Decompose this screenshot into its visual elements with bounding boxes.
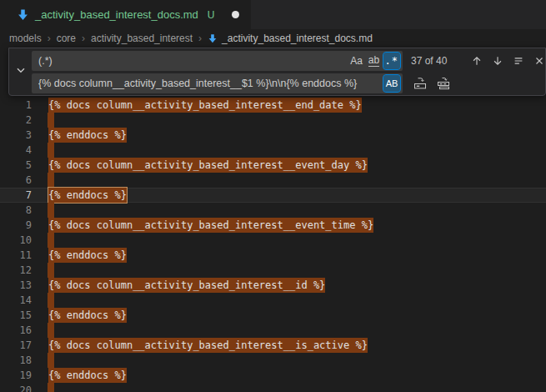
- line-number: 2: [0, 113, 32, 128]
- breadcrumb-filename: _activity_based_interest_docs.md: [222, 33, 373, 44]
- line-number: 7: [0, 188, 32, 203]
- replace-icon: [413, 77, 427, 90]
- code-line[interactable]: {% enddocs %}: [48, 128, 127, 143]
- replace-input-box: AB: [32, 73, 403, 93]
- next-match-button[interactable]: [488, 53, 506, 70]
- editor-line: 18: [0, 353, 546, 368]
- line-number: 17: [0, 338, 32, 353]
- breadcrumb-item-models[interactable]: models: [9, 33, 42, 44]
- find-input[interactable]: [32, 55, 348, 67]
- tab-filename: _activity_based_interest_docs.md: [35, 8, 198, 21]
- line-number: 5: [0, 158, 32, 173]
- code-line[interactable]: {% docs column__activity_based_interest_…: [48, 158, 368, 173]
- find-match-highlight: {% enddocs %}: [48, 248, 127, 263]
- code-line[interactable]: [48, 353, 54, 368]
- code-line[interactable]: {% docs column__activity_based_interest_…: [48, 98, 362, 113]
- code-line[interactable]: {% docs column__activity_based_interest_…: [48, 278, 325, 293]
- empty-line-find-match: [48, 293, 54, 308]
- close-find-widget-button[interactable]: [530, 53, 546, 70]
- find-in-selection-button[interactable]: [509, 53, 527, 70]
- empty-line-find-match: [48, 143, 54, 158]
- match-case-icon: Aa: [350, 55, 363, 67]
- line-number: 6: [0, 173, 32, 188]
- preserve-case-icon: AB: [386, 78, 398, 88]
- find-match-highlight: {% enddocs %}: [48, 308, 127, 323]
- find-match-highlight: {% enddocs %}: [48, 128, 127, 143]
- line-number: 20: [0, 383, 32, 392]
- empty-line-find-match: [48, 353, 54, 368]
- editor-line: 15{% enddocs %}: [0, 308, 546, 323]
- line-number: 15: [0, 308, 32, 323]
- find-input-box: Aa ab .*: [32, 51, 403, 71]
- line-number: 11: [0, 248, 32, 263]
- line-number: 19: [0, 368, 32, 383]
- line-number: 8: [0, 203, 32, 218]
- arrow-up-icon: [471, 55, 483, 67]
- markdown-file-icon: [208, 33, 218, 43]
- code-line[interactable]: [48, 293, 54, 308]
- code-line[interactable]: [48, 143, 54, 158]
- breadcrumb-item-file[interactable]: _activity_based_interest_docs.md: [208, 33, 373, 44]
- find-match-highlight: {% docs column__activity_based_interest_…: [48, 278, 325, 293]
- whole-word-button[interactable]: ab: [366, 53, 383, 69]
- find-match-highlight: {% docs column__activity_based_interest_…: [48, 338, 368, 353]
- toggle-replace-button[interactable]: [9, 51, 32, 93]
- code-line[interactable]: [48, 173, 54, 188]
- editor-line: 9{% docs column__activity_based_interest…: [0, 218, 546, 233]
- line-number: 14: [0, 293, 32, 308]
- arrow-down-icon: [492, 55, 503, 67]
- replace-all-icon: [437, 77, 450, 90]
- editor-line: 11{% enddocs %}: [0, 248, 546, 263]
- code-line[interactable]: [48, 203, 54, 218]
- preserve-case-button[interactable]: AB: [383, 75, 400, 92]
- line-number: 9: [0, 218, 32, 233]
- modified-dot-indicator[interactable]: [232, 11, 239, 18]
- empty-line-find-match: [48, 263, 54, 278]
- editor-line: 1{% docs column__activity_based_interest…: [0, 98, 546, 113]
- editor-line: 2: [0, 113, 546, 128]
- code-line[interactable]: {% enddocs %}: [48, 308, 127, 323]
- editor-line: 4: [0, 143, 546, 158]
- breadcrumb: models › core › activity_based_interest …: [0, 29, 546, 47]
- breadcrumb-item-core[interactable]: core: [57, 33, 76, 44]
- code-line[interactable]: [48, 233, 54, 248]
- tab-bar: _activity_based_interest_docs.md U: [0, 0, 546, 29]
- code-line[interactable]: {% docs column__activity_based_interest_…: [48, 218, 373, 233]
- line-number: 12: [0, 263, 32, 278]
- code-line[interactable]: {% enddocs %}: [48, 368, 127, 383]
- editor-line: 16: [0, 323, 546, 338]
- code-line[interactable]: [48, 263, 54, 278]
- tab-active-file[interactable]: _activity_based_interest_docs.md U: [0, 0, 251, 29]
- use-regex-button[interactable]: .*: [383, 53, 400, 69]
- editor-line: 3{% enddocs %}: [0, 128, 546, 143]
- code-line[interactable]: [48, 113, 54, 128]
- whole-word-icon: ab: [368, 55, 379, 67]
- code-line[interactable]: {% enddocs %}: [48, 248, 127, 263]
- code-line[interactable]: [48, 323, 54, 338]
- regex-icon: .*: [385, 55, 398, 67]
- code-line[interactable]: {% enddocs %}: [48, 188, 127, 203]
- replace-button[interactable]: [411, 75, 428, 93]
- editor[interactable]: 1{% docs column__activity_based_interest…: [0, 47, 546, 392]
- previous-match-button[interactable]: [468, 53, 485, 70]
- breadcrumb-separator: ›: [198, 33, 202, 44]
- replace-input[interactable]: [32, 78, 383, 89]
- editor-line: 6: [0, 173, 546, 188]
- find-results-count: 37 of 40: [411, 55, 458, 67]
- editor-line: 5{% docs column__activity_based_interest…: [0, 158, 546, 173]
- breadcrumb-item-activity-based-interest[interactable]: activity_based_interest: [91, 33, 193, 44]
- editor-lines: 1{% docs column__activity_based_interest…: [0, 98, 546, 392]
- empty-line-find-match: [48, 203, 54, 218]
- breadcrumb-separator: ›: [82, 33, 85, 44]
- code-line[interactable]: [48, 383, 54, 392]
- line-number: 1: [0, 98, 32, 113]
- editor-line: 7{% enddocs %}: [0, 188, 546, 203]
- chevron-down-icon: [14, 63, 28, 80]
- match-case-button[interactable]: Aa: [348, 53, 365, 69]
- code-line[interactable]: {% docs column__activity_based_interest_…: [48, 338, 368, 353]
- find-match-highlight: {% enddocs %}: [48, 368, 127, 383]
- replace-all-button[interactable]: [434, 75, 452, 93]
- line-number: 18: [0, 353, 32, 368]
- editor-line: 13{% docs column__activity_based_interes…: [0, 278, 546, 293]
- selection-lines-icon: [513, 55, 524, 67]
